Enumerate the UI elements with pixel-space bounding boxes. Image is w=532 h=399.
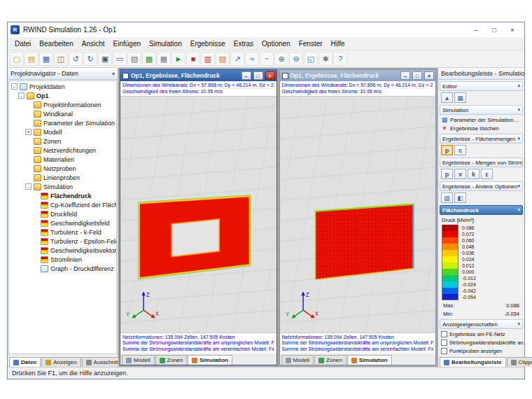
- tree-item-zonen[interactable]: Zonen: [9, 136, 116, 146]
- expander-icon[interactable]: -: [25, 183, 31, 190]
- navigator-header[interactable]: Projektnavigator - Daten ▾: [8, 68, 118, 80]
- tree-item-turbulenz-epsilon-feld[interactable]: Turbulenz - Epsilon-Feld: [9, 237, 116, 246]
- child-close-button[interactable]: ×: [424, 71, 434, 80]
- scene-canvas[interactable]: Z X Y: [280, 96, 436, 333]
- surface-cp-toggle[interactable]: c: [454, 145, 466, 155]
- section-other-options[interactable]: Ergebnisse - Andere Optionen▾: [440, 181, 523, 191]
- tree-item-geschwindigkeitsfeld[interactable]: Geschwindigkeitsfeld: [9, 218, 116, 227]
- child-maximize-button[interactable]: □: [412, 71, 422, 80]
- tree-item-cp-koeffizient[interactable]: Cp-Koeffizient der Fläche: [9, 200, 116, 209]
- surface-pressure-icon[interactable]: ▨: [216, 52, 230, 66]
- editing-panel-header[interactable]: Bearbeitungsleiste - Simulation ▾: [438, 68, 524, 80]
- section-editor[interactable]: Editor▾: [440, 81, 523, 91]
- menu-item[interactable]: Einfügen: [109, 38, 145, 49]
- copy-icon[interactable]: ▣: [98, 52, 112, 66]
- tree-item-modell[interactable]: +Modell: [9, 127, 116, 136]
- section-surface-pressure[interactable]: Flächendruck▾: [440, 205, 523, 215]
- checkbox-icon[interactable]: [441, 331, 447, 337]
- tab-bearbeitungsleiste[interactable]: Bearbeitungsleiste: [440, 357, 506, 367]
- tab-modell[interactable]: Modell: [281, 355, 314, 365]
- zones-icon[interactable]: ▩: [142, 52, 156, 66]
- menu-item[interactable]: Hilfe: [327, 38, 349, 49]
- child-close-button[interactable]: ×: [265, 71, 275, 80]
- surface-pressure-toggle[interactable]: p: [441, 145, 453, 155]
- undo-icon[interactable]: ↺: [69, 52, 83, 66]
- expander-icon[interactable]: -: [18, 92, 24, 99]
- tree-item-flaechendruck[interactable]: Flächendruck: [9, 191, 116, 200]
- zoom-out-icon[interactable]: ⊖: [289, 52, 303, 66]
- display-option-checkbox[interactable]: Ergebnisse am FE-Netz: [438, 330, 524, 338]
- tree-item-turbulenz-k-feld[interactable]: Turbulenz - k-Feld: [9, 227, 116, 237]
- menu-item[interactable]: Optionen: [258, 38, 295, 49]
- 3d-view[interactable]: Z X Y: [120, 97, 276, 332]
- tab-clipper[interactable]: Clipper: [507, 357, 532, 367]
- help-icon[interactable]: ?: [333, 52, 347, 66]
- child-maximize-button[interactable]: □: [253, 71, 263, 80]
- display-option-checkbox[interactable]: Punktproben anzeigen: [438, 346, 524, 355]
- child-title-bar[interactable]: Op1, Ergebnisse, Flächendruck – □ ×: [280, 70, 436, 81]
- tree-item-druckfeld[interactable]: Druckfeld: [9, 209, 116, 218]
- menu-item[interactable]: Ansicht: [78, 38, 109, 49]
- tab-anzeigen[interactable]: Anzeigen: [41, 357, 80, 367]
- zoom-in-icon[interactable]: ⊕: [274, 52, 288, 66]
- menu-item[interactable]: Fenster: [295, 38, 327, 49]
- streamlines-icon[interactable]: ≈: [245, 52, 259, 66]
- display-option-checkbox[interactable]: Strömungswiderstandskräfte an...: [438, 338, 524, 346]
- delete-results-button[interactable]: × Ergebnisse löschen: [438, 124, 524, 132]
- expander-icon[interactable]: +: [25, 129, 31, 135]
- graph-icon[interactable]: ~: [260, 52, 274, 66]
- menu-item[interactable]: Ergebnisse: [186, 38, 230, 49]
- section-surface-quantities[interactable]: Ergebnisse - Flächenmengen▾: [440, 134, 523, 144]
- 3d-view[interactable]: Z X Y: [280, 97, 436, 332]
- tree-item-netzverdichtungen[interactable]: Netzverdichtungen: [9, 146, 116, 155]
- expander-icon[interactable]: -: [11, 83, 18, 90]
- tree-item-linienproben[interactable]: Linienproben: [9, 173, 116, 182]
- editor-grid-button[interactable]: ▦: [454, 92, 466, 103]
- tab-zonen[interactable]: Zonen: [314, 355, 346, 365]
- tab-zonen[interactable]: Zonen: [155, 355, 188, 365]
- child-title-bar[interactable]: Op1, Ergebnisse, Flächendruck – □ ×: [120, 70, 276, 81]
- tab-daten[interactable]: Daten: [9, 357, 41, 367]
- stop-simulation-icon[interactable]: ■: [186, 52, 200, 66]
- tree-item-projektdaten[interactable]: -Projektdaten: [9, 82, 116, 91]
- save-icon[interactable]: ▦: [39, 52, 53, 66]
- tree-item-graph-druckdifferenz[interactable]: Graph - Druckdifferenz: [9, 264, 116, 273]
- tree-item-geschwindigkeitsvektoren[interactable]: Geschwindigkeitsvektoren: [9, 246, 116, 255]
- mesh-icon[interactable]: ▦: [157, 52, 171, 66]
- zoom-fit-icon[interactable]: ◱: [304, 52, 318, 66]
- editor-select-button[interactable]: ▲: [441, 92, 453, 103]
- print-icon[interactable]: ◫: [54, 52, 68, 66]
- flow-turbulence-epsilon-button[interactable]: ε: [481, 169, 493, 179]
- section-display-properties[interactable]: Anzeigeeigenschaften▾: [440, 319, 523, 329]
- child-minimize-button[interactable]: –: [400, 71, 410, 80]
- menu-item[interactable]: Datei: [10, 38, 35, 49]
- flow-velocity-button[interactable]: v: [454, 169, 466, 179]
- section-flow-quantities[interactable]: Ergebnisse - Mengen von Strömu...▾: [440, 158, 523, 167]
- tab-simulation[interactable]: Simulation: [347, 355, 392, 365]
- title-bar[interactable]: R RWIND Simulation 1.26 - Op1 – □ ×: [8, 22, 524, 37]
- tab-modell[interactable]: Modell: [122, 355, 155, 365]
- tree-item-stromlinien[interactable]: Stromlinien: [9, 255, 116, 264]
- scene-canvas[interactable]: Z X Y: [120, 96, 276, 333]
- tree-item-windkanal[interactable]: Windkanal: [9, 109, 116, 118]
- tree-item-projektinformationen[interactable]: Projektinformationen: [9, 100, 116, 109]
- tree-item-simulation[interactable]: -Simulation: [9, 182, 116, 191]
- settings-icon[interactable]: ✱: [318, 52, 332, 66]
- tree-item-netzproben[interactable]: Netzproben: [9, 164, 116, 173]
- tree-item-parameter-der-simulation[interactable]: Parameter der Simulation: [9, 118, 116, 127]
- checkbox-icon[interactable]: [441, 340, 447, 346]
- menu-item[interactable]: Bearbeiten: [35, 38, 77, 49]
- isosurface-button[interactable]: ▧: [441, 192, 453, 203]
- simulation-parameters-button[interactable]: ▦ Parameter der Simulation...: [438, 115, 524, 124]
- menu-item[interactable]: Extras: [230, 38, 258, 49]
- checkbox-icon[interactable]: [441, 348, 447, 354]
- flow-turbulence-k-button[interactable]: k: [468, 169, 479, 179]
- run-simulation-icon[interactable]: ►: [172, 52, 186, 66]
- flow-pressure-button[interactable]: p: [441, 169, 453, 179]
- child-minimize-button[interactable]: –: [241, 71, 251, 80]
- wind-tunnel-icon[interactable]: ▭: [113, 52, 127, 66]
- redo-icon[interactable]: ↻: [83, 52, 97, 66]
- maximize-button[interactable]: □: [485, 24, 503, 36]
- chevron-down-icon[interactable]: ▾: [112, 71, 115, 77]
- tab-simulation[interactable]: Simulation: [188, 355, 232, 365]
